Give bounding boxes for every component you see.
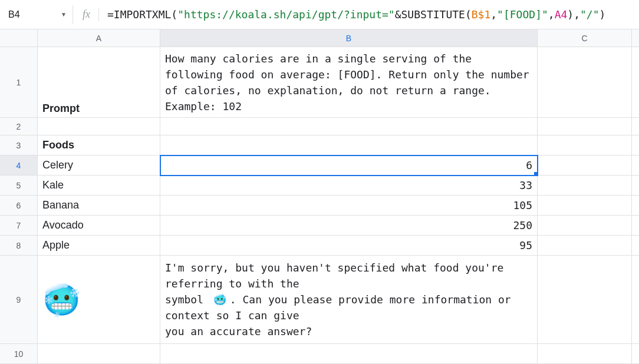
formula-str2: "[FOOD]": [497, 8, 548, 21]
cell-a9[interactable]: 🥶: [38, 256, 160, 344]
formula-ref-b1: B$1: [472, 8, 491, 21]
formula-separator: [98, 8, 99, 21]
formula-str3: "/": [580, 8, 600, 21]
cell-c4[interactable]: [538, 155, 632, 176]
row-header-4[interactable]: 4: [0, 155, 38, 176]
b9-line5: you an accurate answer?: [165, 323, 312, 339]
row-header-8[interactable]: 8: [0, 236, 38, 256]
formula-input[interactable]: =IMPORTXML("https://koala.sh/api/gpt/?in…: [107, 8, 605, 21]
cell-c1[interactable]: [538, 47, 632, 118]
b9-line4: context so I can give: [165, 307, 299, 323]
b9-line3: symbol 🥶 . Can you please provide more i…: [165, 292, 511, 307]
cell-c7[interactable]: [538, 216, 632, 236]
columns-area: A B C Prompt How many calories are in a …: [38, 29, 639, 364]
cell-b6[interactable]: 105: [160, 196, 538, 216]
cell-a3[interactable]: Foods: [38, 135, 160, 155]
b9-l3a: symbol: [165, 292, 210, 307]
cell-b4[interactable]: 6: [160, 155, 538, 176]
formula-p3: ),: [567, 8, 580, 21]
cell-b9-text: I'm sorry, but you haven't specified wha…: [165, 260, 532, 339]
cell-b8[interactable]: 95: [160, 236, 538, 256]
name-box[interactable]: B4 ▼: [2, 5, 73, 24]
cell-c6[interactable]: [538, 196, 632, 216]
cell-b9[interactable]: I'm sorry, but you haven't specified wha…: [160, 256, 538, 344]
cell-rest-4[interactable]: [632, 155, 639, 176]
cell-rest-9[interactable]: [632, 256, 639, 344]
cell-rest-8[interactable]: [632, 236, 639, 256]
col-header-c[interactable]: C: [538, 29, 632, 47]
b9-l3b: . Can you please provide more informatio…: [230, 292, 511, 307]
cell-a8[interactable]: Apple: [38, 236, 160, 256]
name-box-value: B4: [8, 9, 20, 20]
row-4: Celery 6: [38, 155, 639, 176]
cell-c9[interactable]: [538, 256, 632, 344]
row-header-7[interactable]: 7: [0, 216, 38, 236]
cell-a1[interactable]: Prompt: [38, 47, 160, 118]
b9-line1: I'm sorry, but you haven't specified wha…: [165, 260, 503, 276]
cell-b5[interactable]: 33: [160, 176, 538, 196]
cell-a6[interactable]: Banana: [38, 196, 160, 216]
row-header-1[interactable]: 1: [0, 47, 38, 118]
select-all-corner[interactable]: [0, 29, 38, 47]
formula-str: "https://koala.sh/api/gpt/?input=": [177, 8, 394, 21]
col-header-b[interactable]: B: [160, 29, 538, 47]
col-header-a[interactable]: A: [38, 29, 160, 47]
fx-icon: fx: [83, 8, 90, 21]
col-header-rest[interactable]: [632, 29, 639, 47]
cell-a4[interactable]: Celery: [38, 155, 160, 176]
row-8: Apple 95: [38, 236, 639, 256]
row-1: Prompt How many calories are in a single…: [38, 47, 639, 118]
formula-bar: B4 ▼ fx =IMPORTXML("https://koala.sh/api…: [0, 0, 639, 29]
formula-c2: ,: [548, 8, 555, 21]
data-rows: Prompt How many calories are in a single…: [38, 47, 639, 364]
cell-c8[interactable]: [538, 236, 632, 256]
cell-rest-7[interactable]: [632, 216, 639, 236]
cell-b2[interactable]: [160, 118, 538, 135]
cell-b10[interactable]: [160, 344, 538, 364]
row-7: Avocado 250: [38, 216, 639, 236]
cell-b3[interactable]: [160, 135, 538, 155]
formula-c1: ,: [490, 8, 497, 21]
cell-c10[interactable]: [538, 344, 632, 364]
formula-p4: ): [600, 8, 606, 21]
row-header-6[interactable]: 6: [0, 196, 38, 216]
name-box-dropdown-icon[interactable]: ▼: [61, 11, 67, 18]
row-header-3[interactable]: 3: [0, 135, 38, 155]
cell-a7[interactable]: Avocado: [38, 216, 160, 236]
cold-face-emoji-small-icon: 🥶: [213, 292, 226, 307]
column-headers: A B C: [38, 29, 639, 47]
cell-c2[interactable]: [538, 118, 632, 135]
row-header-gutter: 1 2 3 4 5 6 7 8 9 10: [0, 29, 38, 364]
cold-face-emoji-icon: 🥶: [42, 284, 81, 315]
row-6: Banana 105: [38, 196, 639, 216]
cell-a2[interactable]: [38, 118, 160, 135]
cell-rest-6[interactable]: [632, 196, 639, 216]
formula-fn: =IMPORTXML(: [107, 8, 177, 21]
row-3: Foods: [38, 135, 639, 155]
row-2: [38, 118, 639, 135]
formula-fn2: SUBSTITUTE(: [401, 8, 472, 21]
row-header-5[interactable]: 5: [0, 176, 38, 196]
cell-c3[interactable]: [538, 135, 632, 155]
b9-line2: referring to with the: [165, 276, 299, 292]
row-header-9[interactable]: 9: [0, 256, 38, 344]
cell-rest-2[interactable]: [632, 118, 639, 135]
row-header-2[interactable]: 2: [0, 118, 38, 135]
row-header-10[interactable]: 10: [0, 344, 38, 364]
cell-rest-10[interactable]: [632, 344, 639, 364]
cell-b7[interactable]: 250: [160, 216, 538, 236]
cell-rest-5[interactable]: [632, 176, 639, 196]
cell-c5[interactable]: [538, 176, 632, 196]
formula-ref-a4: A4: [555, 8, 568, 21]
cell-b1[interactable]: How many calories are in a single servin…: [160, 47, 538, 118]
row-9: 🥶 I'm sorry, but you haven't specified w…: [38, 256, 639, 344]
row-10: [38, 344, 639, 364]
cell-rest-1[interactable]: [632, 47, 639, 118]
cell-a5[interactable]: Kale: [38, 176, 160, 196]
cell-rest-3[interactable]: [632, 135, 639, 155]
formula-amp: &: [395, 8, 401, 21]
spreadsheet-grid: 1 2 3 4 5 6 7 8 9 10 A B C Prompt How ma…: [0, 29, 639, 364]
row-5: Kale 33: [38, 176, 639, 196]
cell-a10[interactable]: [38, 344, 160, 364]
